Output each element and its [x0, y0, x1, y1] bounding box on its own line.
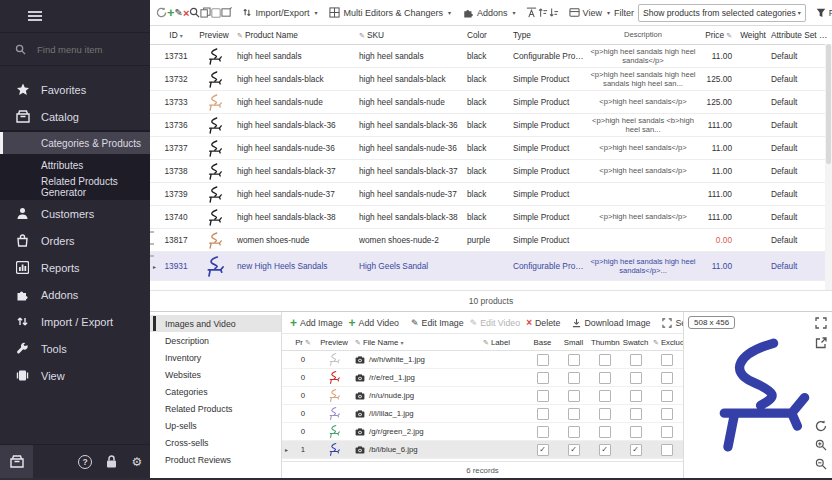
rotate-icon[interactable] [815, 420, 827, 432]
cell-swatch-checkbox[interactable] [620, 372, 651, 384]
cell-base-checkbox[interactable] [527, 426, 558, 438]
download-image-button[interactable]: Download Image [569, 318, 653, 328]
tab-websites[interactable]: Websites [150, 366, 281, 383]
checkbox[interactable] [568, 408, 580, 420]
sidebar-item-catalog[interactable]: Catalog [0, 103, 150, 130]
header-label[interactable]: Label [481, 338, 527, 347]
product-row[interactable]: ▸13931new High Heels SandalsHigh Geels S… [150, 252, 832, 281]
lock-button[interactable] [98, 455, 124, 468]
header-id[interactable]: ID [159, 30, 193, 40]
cell-small-checkbox[interactable] [558, 372, 589, 384]
cell-swatch-checkbox[interactable] [620, 408, 651, 420]
header-thumbnail[interactable]: Thumbna [589, 338, 620, 347]
menu-search-input[interactable] [35, 43, 139, 56]
cell-base-checkbox[interactable]: ✓ [527, 444, 558, 456]
checkbox[interactable]: ✓ [537, 444, 549, 456]
checkbox[interactable] [661, 354, 673, 366]
cell-exclude-checkbox[interactable] [651, 444, 683, 456]
checkbox[interactable] [599, 408, 611, 420]
header-attribute-set-name[interactable]: Attribute Set Name [769, 30, 832, 40]
tab-categories[interactable]: Categories [150, 383, 281, 400]
checkbox[interactable] [599, 372, 611, 384]
product-row[interactable]: 13733high heel sandals-nudehigh heel san… [150, 91, 832, 114]
cell-small-checkbox[interactable] [558, 426, 589, 438]
header-exclude[interactable]: Exclude [651, 338, 683, 347]
cell-thumbnail-checkbox[interactable] [589, 372, 620, 384]
search-products-button[interactable] [189, 4, 200, 22]
refresh-button[interactable] [156, 4, 167, 22]
image-row[interactable]: 0/w/h/white_1.jpg [282, 351, 683, 369]
columns-button[interactable] [221, 4, 232, 22]
header-image-preview[interactable]: Preview [315, 338, 353, 347]
addons-dropdown[interactable]: Addons [461, 7, 518, 18]
scrollbar-thumb[interactable] [826, 44, 831, 164]
checkbox[interactable] [568, 426, 580, 438]
product-row[interactable]: 13731high heel sandalshigh heel sandalsb… [150, 45, 832, 68]
cell-base-checkbox[interactable] [527, 408, 558, 420]
header-file-name[interactable]: File Name [353, 338, 481, 347]
checkbox[interactable] [630, 372, 642, 384]
cell-small-checkbox[interactable] [558, 354, 589, 366]
cell-base-checkbox[interactable] [527, 390, 558, 402]
filters-dropdown[interactable]: Filters [814, 8, 832, 18]
checkbox[interactable] [537, 408, 549, 420]
preview-image[interactable] [684, 312, 832, 478]
edit-product-button[interactable]: ✎ [175, 4, 183, 22]
settings-button[interactable]: ⚙ [124, 456, 150, 468]
cell-small-checkbox[interactable]: ✓ [558, 444, 589, 456]
header-description[interactable]: Description [587, 30, 699, 39]
checkbox[interactable] [599, 354, 611, 366]
product-row[interactable]: 13736high heel sandals-black-36high heel… [150, 114, 832, 137]
tab-description[interactable]: Description [150, 332, 281, 349]
checkbox[interactable]: ✓ [630, 444, 642, 456]
cell-thumbnail-checkbox[interactable]: ✓ [589, 444, 620, 456]
edit-image-button[interactable]: ✎Edit Image [408, 318, 467, 328]
open-external-icon[interactable] [815, 337, 827, 349]
category-filter-select[interactable]: Show products from selected categories [638, 4, 806, 22]
import-export-dropdown[interactable]: Import/Export [240, 7, 319, 18]
header-small[interactable]: Small [558, 338, 589, 347]
tab-images-and-video[interactable]: Images and Video [150, 315, 281, 332]
duplicate-button[interactable] [200, 4, 211, 22]
checkbox[interactable] [568, 390, 580, 402]
checkbox[interactable] [661, 408, 673, 420]
product-row[interactable]: 13732high heel sandals-blackhigh heel sa… [150, 68, 832, 91]
product-row[interactable]: 13738high heel sandals-black-37high heel… [150, 160, 832, 183]
add-product-button[interactable]: + [167, 4, 175, 22]
tab-product-reviews[interactable]: Product Reviews [150, 451, 281, 468]
panel-splitter-handle[interactable] [150, 231, 154, 257]
sidebar-item-customers[interactable]: Customers [0, 200, 150, 227]
sort-ascending-button[interactable] [537, 4, 548, 22]
header-color[interactable]: Color [465, 30, 511, 40]
product-row[interactable]: 13740high heel sandals-black-38high heel… [150, 206, 832, 229]
checkbox[interactable] [630, 408, 642, 420]
cell-exclude-checkbox[interactable] [651, 390, 683, 402]
checkbox[interactable] [661, 444, 673, 456]
checkbox[interactable] [568, 372, 580, 384]
cell-exclude-checkbox[interactable] [651, 372, 683, 384]
image-row[interactable]: 0/n/u/nude.jpg [282, 387, 683, 405]
checkbox[interactable] [630, 354, 642, 366]
fullscreen-icon[interactable] [815, 317, 827, 329]
checkbox[interactable] [537, 354, 549, 366]
checkbox[interactable] [630, 390, 642, 402]
delete-image-button[interactable]: ×Delete [523, 317, 563, 328]
header-preview[interactable]: Preview [193, 30, 235, 40]
cell-thumbnail-checkbox[interactable] [589, 426, 620, 438]
tab-related-products[interactable]: Related Products [150, 400, 281, 417]
cell-base-checkbox[interactable] [527, 372, 558, 384]
checkbox[interactable] [537, 372, 549, 384]
header-swatch[interactable]: Swatch [620, 338, 651, 347]
cell-exclude-checkbox[interactable] [651, 408, 683, 420]
hamburger-menu-button[interactable] [0, 0, 150, 33]
multi-editors-dropdown[interactable]: Multi Editors & Changers [327, 7, 453, 18]
sidebar-item-tools[interactable]: Tools [0, 335, 150, 362]
sidebar-item-import-export[interactable]: Import / Export [0, 308, 150, 335]
header-product-name[interactable]: Product Name [235, 30, 357, 40]
header-type[interactable]: Type [511, 30, 587, 40]
sidebar-item-addons[interactable]: Addons [0, 281, 150, 308]
image-row[interactable]: 0/r/e/red_1.jpg [282, 369, 683, 387]
header-base[interactable]: Base [527, 338, 558, 347]
sidebar-item-view[interactable]: View [0, 362, 150, 389]
checkbox[interactable] [537, 390, 549, 402]
